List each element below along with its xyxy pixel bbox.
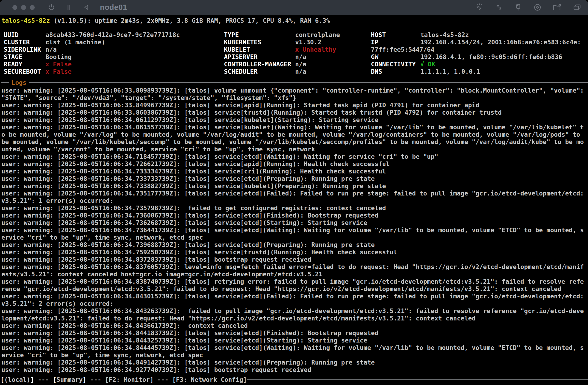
talos-dashboard-terminal: talos-4s5-82z (v1.10.5): uptime 2m43s, 2… [0,15,588,385]
usb-devices-button[interactable] [514,3,522,11]
log-line: user: warning: [2025-08-05T16:06:34.7333… [1,168,587,175]
bracket: ] [83,376,86,383]
node-status-line: talos-4s5-82z (v1.10.5): uptime 2m43s, 2… [1,17,588,24]
menu-separator: --- [34,376,53,383]
info-row-controller-manager: CONTROLLER-MANAGERn/a [224,61,369,68]
info-row-kubelet: KUBELETx Unhealthy [224,46,369,53]
log-line: user: warning: [2025-08-05T16:06:34.7357… [1,204,587,212]
log-line: user: warning: [2025-08-05T16:06:34.8436… [1,322,587,329]
info-row-dns: DNS1.1.1.1, 1.0.0.1 [371,68,586,75]
log-line: user: warning: [2025-08-05T16:06:34.7338… [1,182,587,190]
node-info-grid: UUIDa8cab433-760d-412a-9ce7-9c72e771718c… [0,31,588,75]
back-icon [83,3,90,11]
resize-icon [495,3,503,11]
info-row-stage: STAGEBooting [4,53,222,61]
log-line: user: warning: [2025-08-05T16:06:34.8444… [1,344,587,359]
info-row-gw: GW192.168.4.1, fe80::9c05:d6ff:fe6d:b836 [371,53,586,61]
bottom-menu-bar: [(local)] --- [Summary] --- [F2: Monitor… [0,376,588,384]
status-badge: x False [45,61,222,68]
info-row-apiserver: APISERVERn/a [224,53,369,61]
log-line: user: warning: [2025-08-05T16:06:34.9277… [1,366,587,374]
info-column-1: UUIDa8cab433-760d-412a-9ce7-9c72e771718c… [4,31,222,75]
log-line: user: warning: [2025-08-05T16:06:34.7364… [1,227,587,241]
logs-scroll-area[interactable]: user: warning: [2025-08-05T16:06:33.8098… [0,86,588,376]
power-button[interactable] [47,3,55,11]
pause-icon [65,3,72,11]
logs-section-title: Logs [9,79,29,86]
window-title: node01 [100,3,127,12]
log-line: user: warning: [2025-08-05T16:06:34.7362… [1,219,587,227]
rule-line [247,380,588,380]
rule-line [29,83,588,83]
titlebar: node01 [0,0,588,15]
node-selector-local[interactable]: (local) [4,376,30,383]
info-row-ip: IP192.168.4.154/24, 2001:16b8:aa76:e583:… [371,39,586,46]
info-row-ip-wrap: 77ff:fee5:5447/64 [371,46,586,53]
info-column-2: TYPEcontrolplane KUBERNETESv1.30.2 KUBEL… [224,31,369,75]
log-line: user: warning: [2025-08-05T16:06:34.7360… [1,212,587,219]
displays-button[interactable] [573,3,582,11]
status-badge: x Unhealthy [295,46,369,53]
resize-window-button[interactable] [495,3,503,11]
log-line: user: warning: [2025-08-05T16:06:34.7396… [1,241,587,249]
minimize-window-button[interactable] [21,5,26,10]
capture-cursor-button[interactable] [475,3,484,11]
bracket: [ [53,376,57,383]
log-line: user: warning: [2025-08-05T16:06:34.8376… [1,263,587,278]
shared-folder-icon [553,3,562,11]
hostname: talos-4s5-82z [1,17,50,24]
info-row-secureboot: SECUREBOOTx False [4,68,222,75]
tab-f3-network-config[interactable]: [F3: Network Config] [172,376,247,383]
disc-drive-button[interactable] [533,3,542,11]
info-row-uuid: UUIDa8cab433-760d-412a-9ce7-9c72e771718c [4,31,222,39]
tab-f2-monitor[interactable]: [F2: Monitor] [105,376,153,383]
log-line: user: warning: [2025-08-05T16:06:34.8491… [1,359,587,366]
usb-icon [514,3,522,11]
power-icon [47,3,55,11]
log-line: user: warning: [2025-08-05T16:06:34.8441… [1,329,587,337]
log-line: user: warning: [2025-08-05T16:06:34.8372… [1,256,587,263]
info-column-3: HOSTtalos-4s5-82z IP192.168.4.154/24, 20… [371,31,586,75]
info-row-scheduler: SCHEDULERn/a [224,68,369,75]
log-line: user: warning: [2025-08-05T16:06:33.8603… [1,109,587,116]
log-line: user: warning: [2025-08-05T16:06:34.7184… [1,153,587,160]
pause-button[interactable] [65,3,72,11]
log-line: user: warning: [2025-08-05T16:06:34.8432… [1,307,587,322]
log-line: user: warning: [2025-08-05T16:06:34.0615… [1,124,587,153]
uptime-stats: (v1.10.5): uptime 2m43s, 2x0MHz, 3.8 GiB… [50,17,330,24]
tab-summary[interactable]: Summary [57,376,83,383]
close-window-button[interactable] [12,5,17,10]
status-badge: √ OK [420,61,586,68]
capture-cursor-icon [475,3,484,11]
logs-section-header: Logs [0,79,588,86]
info-row-host: HOSTtalos-4s5-82z [371,31,586,39]
log-line: user: warning: [2025-08-05T16:06:34.8430… [1,293,587,307]
log-line: user: warning: [2025-08-05T16:06:34.0611… [1,116,587,124]
bracket: [ [0,376,4,383]
log-line: user: warning: [2025-08-05T16:06:33.8098… [1,87,587,102]
displays-icon [573,3,582,11]
log-line: user: warning: [2025-08-05T16:06:33.8499… [1,102,587,109]
log-line: user: warning: [2025-08-05T16:06:34.7337… [1,175,587,182]
info-row-cluster: CLUSTERclst (1 machine) [4,39,222,46]
info-row-connectivity: CONNECTIVITY√ OK [371,61,586,68]
zoom-window-button[interactable] [30,5,35,10]
menu-separator: --- [154,376,172,383]
status-badge: x False [45,68,222,75]
window-controls [12,5,35,10]
info-row-kubernetes: KUBERNETESv1.30.2 [224,39,369,46]
toolbar-right [475,3,582,11]
rule-line [1,83,9,83]
info-row-siderolink: SIDEROLINKn/a [4,46,222,53]
bracket: ] [30,376,34,383]
log-line: user: warning: [2025-08-05T16:06:34.8443… [1,337,587,344]
log-line: user: warning: [2025-08-05T16:06:34.7351… [1,190,587,204]
disc-icon [533,3,542,11]
info-row-type: TYPEcontrolplane [224,31,369,39]
log-line: user: warning: [2025-08-05T16:06:34.8387… [1,278,587,293]
info-row-ready: READYx False [4,61,222,68]
vm-window: node01 [0,0,588,385]
shared-folder-button[interactable] [553,3,562,11]
back-button[interactable] [83,3,90,11]
log-line: user: warning: [2025-08-05T16:06:34.7266… [1,160,587,168]
